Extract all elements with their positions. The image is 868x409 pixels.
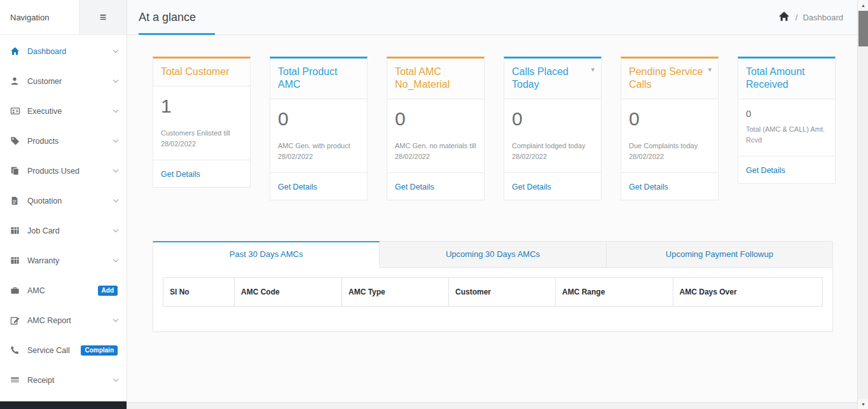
amc-panel: Past 30 Days AMCs Upcoming 30 Days AMCs … bbox=[153, 241, 833, 332]
tab-upcoming-payment-followup[interactable]: Upcoming Payment Followup bbox=[607, 241, 833, 268]
card-calls-placed-today: Calls Placed Today ▾ 0 Complaint lodged … bbox=[504, 57, 602, 200]
card-title: Total Amount Received bbox=[738, 59, 835, 99]
sidebar-footer-bar bbox=[0, 401, 127, 409]
home-icon bbox=[10, 46, 20, 57]
edit-icon bbox=[10, 315, 20, 326]
sidebar-item-label: Executive bbox=[27, 107, 114, 116]
card-value: 0 bbox=[395, 108, 476, 130]
card-total-amc-no-material: Total AMC No_Material 0 AMC Gen. no mate… bbox=[387, 57, 485, 200]
table-empty-area bbox=[163, 307, 823, 315]
sidebar-item-executive[interactable]: Executive bbox=[0, 96, 127, 126]
phone-icon bbox=[10, 345, 20, 356]
hamburger-menu-icon[interactable]: ≡ bbox=[79, 0, 127, 34]
dropdown-caret-icon[interactable]: ▾ bbox=[708, 66, 712, 74]
sidebar-item-label: Products Used bbox=[27, 167, 114, 176]
sidebar-title: Navigation bbox=[0, 0, 79, 34]
table-header-row: Sl No AMC Code AMC Type Customer AMC Ran… bbox=[163, 278, 823, 307]
sidebar-menu: Dashboard Customer Executive Products bbox=[0, 35, 127, 395]
sidebar-item-customer[interactable]: Customer bbox=[0, 66, 127, 96]
app-window: Navigation ≡ Dashboard Customer Executiv… bbox=[0, 0, 857, 409]
sidebar-item-job-card[interactable]: Job Card bbox=[0, 216, 127, 246]
chevron-down-icon bbox=[113, 137, 118, 142]
card-description: AMC Gen. with product 28/02/2022 bbox=[278, 141, 359, 162]
card-value: 1 bbox=[161, 95, 242, 117]
tab-upcoming-30-days-amcs[interactable]: Upcoming 30 Days AMCs bbox=[380, 241, 606, 268]
card-value: 0 bbox=[629, 108, 710, 130]
column-amc-range: AMC Range bbox=[555, 278, 673, 307]
card-value: 0 bbox=[278, 108, 359, 130]
card-total-customer: Total Customer 1 Customers Enlisted till… bbox=[153, 57, 251, 188]
breadcrumb-separator: / bbox=[796, 13, 798, 22]
column-customer: Customer bbox=[448, 278, 555, 307]
get-details-link[interactable]: Get Details bbox=[395, 183, 434, 191]
vertical-scrollbar[interactable]: ▲ ▼ bbox=[857, 0, 868, 409]
card-description: Due Complaints today 28/02/2022 bbox=[629, 141, 710, 162]
sidebar-item-warranty[interactable]: Warranty bbox=[0, 246, 127, 275]
chevron-down-icon bbox=[113, 316, 118, 321]
card-description: AMC Gen. no materials till 28/02/2022 bbox=[395, 141, 476, 162]
table-icon bbox=[10, 256, 20, 266]
sidebar-item-label: Job Card bbox=[27, 226, 114, 235]
horizontal-scrollbar[interactable] bbox=[127, 402, 857, 409]
user-icon bbox=[10, 76, 20, 87]
sidebar-item-label: Products bbox=[27, 137, 114, 146]
receipt-icon bbox=[10, 375, 20, 385]
sidebar-item-label: AMC bbox=[27, 286, 98, 295]
chevron-down-icon bbox=[113, 376, 118, 381]
top-bar: At a glance / Dashboard bbox=[127, 0, 857, 35]
dropdown-caret-icon[interactable]: ▾ bbox=[591, 66, 595, 74]
sidebar-item-receipt[interactable]: Receipt bbox=[0, 365, 127, 395]
get-details-link[interactable]: Get Details bbox=[512, 183, 551, 191]
card-description: Total (AMC & CALL) Amt. Rcvd bbox=[746, 124, 827, 146]
card-title: Total Product AMC bbox=[270, 59, 367, 99]
sidebar-item-label: Quotation bbox=[27, 197, 114, 205]
card-value: 0 bbox=[746, 108, 827, 119]
complain-badge[interactable]: Complain bbox=[81, 345, 118, 356]
scroll-down-arrow-icon[interactable]: ▼ bbox=[858, 399, 868, 409]
table-icon bbox=[10, 226, 20, 236]
sidebar-item-service-call[interactable]: Service Call Complain bbox=[0, 335, 127, 365]
id-card-icon bbox=[10, 106, 20, 116]
chevron-down-icon bbox=[113, 107, 118, 112]
sidebar-item-quotation[interactable]: Quotation bbox=[0, 186, 127, 216]
document-icon bbox=[10, 196, 20, 206]
tab-panel-body: Sl No AMC Code AMC Type Customer AMC Ran… bbox=[153, 268, 833, 332]
breadcrumb: / Dashboard bbox=[778, 11, 843, 24]
card-total-product-amc: Total Product AMC 0 AMC Gen. with produc… bbox=[270, 57, 368, 200]
get-details-link[interactable]: Get Details bbox=[161, 170, 200, 179]
sidebar-item-label: AMC Report bbox=[27, 316, 114, 325]
sidebar-item-label: Warranty bbox=[27, 256, 114, 265]
home-icon[interactable] bbox=[778, 11, 790, 24]
chevron-down-icon bbox=[113, 256, 118, 261]
sidebar: Navigation ≡ Dashboard Customer Executiv… bbox=[0, 0, 127, 409]
card-description: Customers Enlisted till 28/02/2022 bbox=[161, 128, 242, 149]
sidebar-item-dashboard[interactable]: Dashboard bbox=[0, 36, 127, 66]
main-area: At a glance / Dashboard Total Customer 1… bbox=[127, 0, 857, 409]
sidebar-item-label: Customer bbox=[27, 77, 114, 86]
card-title: Pending Service Calls ▾ bbox=[621, 59, 718, 99]
briefcase-icon bbox=[10, 286, 20, 296]
sidebar-item-products-used[interactable]: Products Used bbox=[0, 156, 127, 186]
column-amc-days-over: AMC Days Over bbox=[673, 278, 822, 307]
get-details-link[interactable]: Get Details bbox=[278, 183, 317, 191]
tab-past-30-days-amcs[interactable]: Past 30 Days AMCs bbox=[153, 241, 380, 268]
column-amc-code: AMC Code bbox=[234, 278, 341, 307]
sidebar-item-products[interactable]: Products bbox=[0, 126, 127, 156]
scrollbar-thumb[interactable] bbox=[858, 11, 868, 46]
add-badge[interactable]: Add bbox=[98, 286, 118, 296]
card-title: Total Customer bbox=[153, 59, 250, 87]
card-value: 0 bbox=[512, 108, 593, 130]
sidebar-item-amc[interactable]: AMC Add bbox=[0, 275, 127, 305]
get-details-link[interactable]: Get Details bbox=[746, 166, 785, 175]
sidebar-header: Navigation ≡ bbox=[0, 0, 127, 35]
sidebar-item-amc-report[interactable]: AMC Report bbox=[0, 305, 127, 335]
card-description: Complaint lodged today 28/02/2022 bbox=[512, 141, 593, 162]
column-amc-type: AMC Type bbox=[342, 278, 449, 307]
chevron-down-icon bbox=[113, 197, 118, 202]
scroll-up-arrow-icon[interactable]: ▲ bbox=[858, 0, 868, 10]
get-details-link[interactable]: Get Details bbox=[629, 183, 668, 191]
chevron-down-icon bbox=[113, 77, 118, 82]
chevron-down-icon bbox=[113, 167, 118, 172]
card-title: Calls Placed Today ▾ bbox=[504, 59, 601, 99]
column-sl-no: Sl No bbox=[163, 278, 235, 307]
